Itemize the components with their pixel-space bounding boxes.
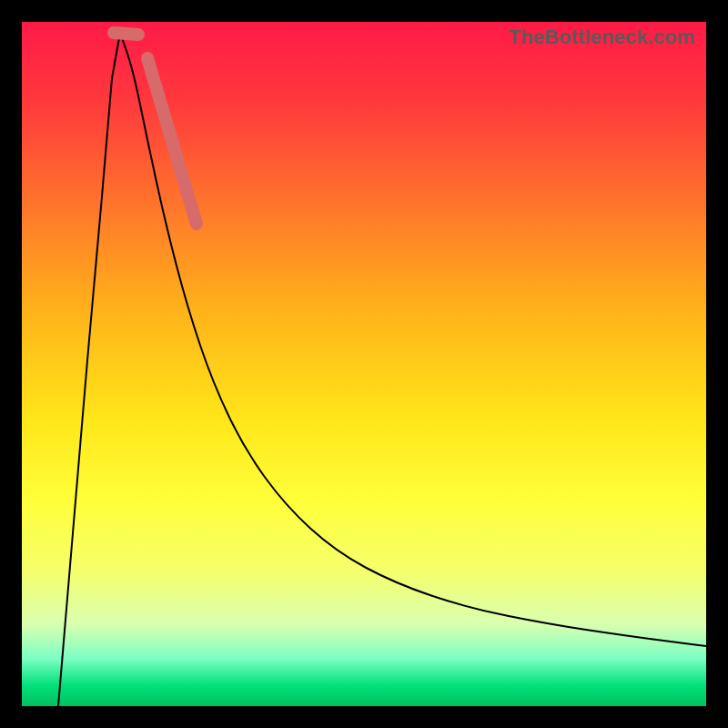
- right-curve: [120, 33, 706, 646]
- marker-right-red: [147, 58, 197, 224]
- plot-area: TheBottleneck.com: [22, 22, 706, 706]
- left-curve: [58, 33, 120, 706]
- marker-left-red: [114, 33, 138, 35]
- curve-layer: [22, 22, 706, 706]
- chart-frame: TheBottleneck.com: [0, 0, 728, 728]
